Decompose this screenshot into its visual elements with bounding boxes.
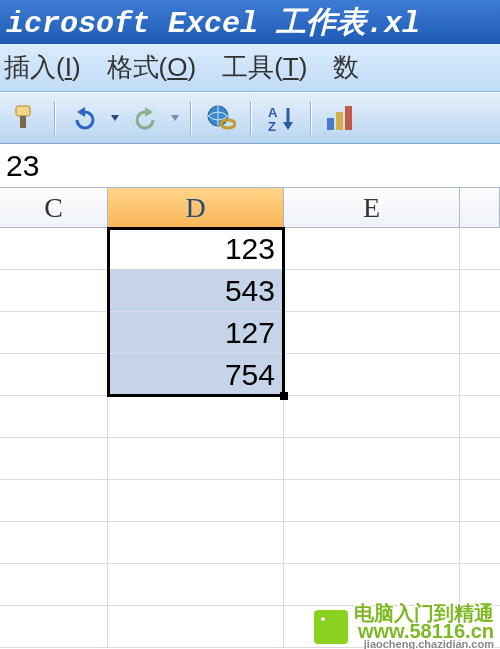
- table-row: 754: [0, 354, 500, 396]
- cell[interactable]: [0, 396, 108, 437]
- cell[interactable]: [108, 396, 284, 437]
- cell[interactable]: [108, 438, 284, 479]
- cell[interactable]: [108, 480, 284, 521]
- redo-button[interactable]: [126, 99, 164, 137]
- toolbar-separator: [190, 101, 192, 135]
- cell[interactable]: [460, 396, 500, 437]
- svg-text:A: A: [268, 105, 278, 120]
- cell[interactable]: [460, 438, 500, 479]
- table-row: [0, 396, 500, 438]
- col-header-d[interactable]: D: [108, 188, 284, 227]
- format-painter-button[interactable]: [6, 99, 44, 137]
- menu-format[interactable]: 格式(O): [107, 50, 197, 85]
- cell[interactable]: [284, 396, 460, 437]
- cell[interactable]: [0, 480, 108, 521]
- menu-data[interactable]: 数: [333, 50, 359, 85]
- svg-rect-0: [16, 106, 30, 116]
- menubar: 插入(I) 格式(O) 工具(T) 数: [0, 44, 500, 92]
- watermark: 电脑入门到精通 www.58116.cn jiaocheng.chazidian…: [0, 607, 500, 647]
- cell[interactable]: [284, 522, 460, 563]
- toolbar-separator: [310, 101, 312, 135]
- table-row: [0, 522, 500, 564]
- redo-dropdown[interactable]: [170, 115, 180, 121]
- cell-f4[interactable]: [460, 312, 500, 353]
- sort-button[interactable]: A Z: [262, 99, 300, 137]
- cell[interactable]: [284, 438, 460, 479]
- undo-dropdown[interactable]: [110, 115, 120, 121]
- cell-e3[interactable]: [284, 270, 460, 311]
- cell[interactable]: [284, 480, 460, 521]
- toolbar-separator: [54, 101, 56, 135]
- cell-d3[interactable]: 543: [108, 270, 284, 311]
- cell[interactable]: [108, 564, 284, 605]
- col-header-f[interactable]: [460, 188, 500, 227]
- svg-rect-8: [345, 106, 352, 130]
- cell[interactable]: [284, 564, 460, 605]
- cell-f3[interactable]: [460, 270, 500, 311]
- svg-rect-7: [336, 112, 343, 130]
- cell[interactable]: [0, 522, 108, 563]
- cell-c4[interactable]: [0, 312, 108, 353]
- menu-insert[interactable]: 插入(I): [4, 50, 81, 85]
- spreadsheet-grid[interactable]: 123 543 127 754: [0, 228, 500, 648]
- table-row: 127: [0, 312, 500, 354]
- cell-f5[interactable]: [460, 354, 500, 395]
- table-row: [0, 438, 500, 480]
- cell[interactable]: [460, 480, 500, 521]
- cell[interactable]: [460, 564, 500, 605]
- undo-button[interactable]: [66, 99, 104, 137]
- window-title: icrosoft Excel 工作表.xl: [0, 0, 500, 44]
- column-headers: C D E: [0, 188, 500, 228]
- formula-value: 23: [6, 149, 39, 183]
- col-header-e[interactable]: E: [284, 188, 460, 227]
- svg-text:Z: Z: [268, 119, 276, 132]
- table-row: [0, 480, 500, 522]
- cell-f2[interactable]: [460, 228, 500, 269]
- cell[interactable]: [0, 564, 108, 605]
- cell[interactable]: [108, 522, 284, 563]
- hyperlink-button[interactable]: [202, 99, 240, 137]
- cell[interactable]: [460, 522, 500, 563]
- svg-rect-6: [327, 118, 334, 130]
- table-row: 543: [0, 270, 500, 312]
- table-row: [0, 564, 500, 606]
- menu-tools[interactable]: 工具(T): [222, 50, 307, 85]
- cell-d5[interactable]: 754: [108, 354, 284, 395]
- watermark-logo-icon: [314, 610, 348, 644]
- cell-d2[interactable]: 123: [108, 228, 284, 269]
- cell-e2[interactable]: [284, 228, 460, 269]
- cell-e4[interactable]: [284, 312, 460, 353]
- table-row: 123: [0, 228, 500, 270]
- formula-bar[interactable]: 23: [0, 144, 500, 188]
- fill-handle[interactable]: [280, 392, 288, 400]
- toolbar: A Z: [0, 92, 500, 144]
- cell-c3[interactable]: [0, 270, 108, 311]
- svg-rect-1: [20, 116, 26, 128]
- watermark-text: 电脑入门到精通 www.58116.cn jiaocheng.chazidian…: [354, 604, 494, 649]
- chart-button[interactable]: [322, 99, 360, 137]
- cell[interactable]: [0, 438, 108, 479]
- cell-d4[interactable]: 127: [108, 312, 284, 353]
- cell-c5[interactable]: [0, 354, 108, 395]
- cell-c2[interactable]: [0, 228, 108, 269]
- col-header-c[interactable]: C: [0, 188, 108, 227]
- cell-e5[interactable]: [284, 354, 460, 395]
- toolbar-separator: [250, 101, 252, 135]
